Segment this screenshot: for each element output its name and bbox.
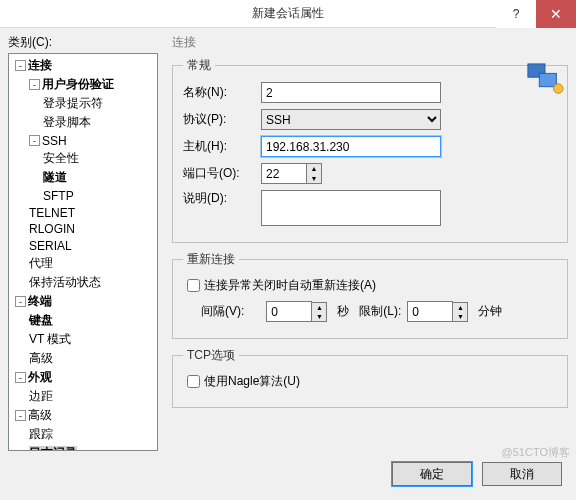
expand-icon[interactable]: - [15, 410, 26, 421]
auto-reconnect-label: 连接异常关闭时自动重新连接(A) [204, 277, 376, 294]
svg-point-2 [554, 84, 563, 93]
tree-item[interactable]: 登录脚本 [9, 113, 157, 132]
expand-icon[interactable]: - [15, 296, 26, 307]
interval-input[interactable] [266, 301, 312, 322]
ok-button[interactable]: 确定 [392, 462, 472, 486]
name-label: 名称(N): [183, 84, 261, 101]
tree-item[interactable]: -连接 [9, 56, 157, 75]
desc-label: 说明(D): [183, 190, 261, 207]
tree-item[interactable]: VT 模式 [9, 330, 157, 349]
limit-spinner[interactable]: ▲▼ [453, 302, 468, 322]
name-input[interactable] [261, 82, 441, 103]
tree-item[interactable]: -高级 [9, 406, 157, 425]
port-label: 端口号(O): [183, 165, 261, 182]
help-button[interactable]: ? [496, 0, 536, 28]
tree-item[interactable]: 键盘 [9, 311, 157, 330]
tree-item[interactable]: 高级 [9, 349, 157, 368]
tree-item[interactable]: 隧道 [9, 168, 157, 187]
nagle-checkbox[interactable] [187, 375, 200, 388]
expand-icon[interactable]: - [29, 79, 40, 90]
expand-icon[interactable]: - [15, 60, 26, 71]
tree-item[interactable]: 登录提示符 [9, 94, 157, 113]
cancel-button[interactable]: 取消 [482, 462, 562, 486]
tree-item[interactable]: 跟踪 [9, 425, 157, 444]
interval-label: 间隔(V): [201, 303, 244, 320]
reconnect-group: 重新连接 连接异常关闭时自动重新连接(A) 间隔(V): ▲▼ 秒 限制(L):… [172, 251, 568, 339]
tree-item[interactable]: -用户身份验证 [9, 75, 157, 94]
tree-item[interactable]: 边距 [9, 387, 157, 406]
protocol-select[interactable]: SSH [261, 109, 441, 130]
nagle-label: 使用Nagle算法(U) [204, 373, 300, 390]
host-input[interactable] [261, 136, 441, 157]
tree-item[interactable]: -终端 [9, 292, 157, 311]
desc-input[interactable] [261, 190, 441, 226]
port-spinner[interactable]: ▲▼ [307, 163, 322, 184]
window-title: 新建会话属性 [252, 5, 324, 22]
limit-label: 限制(L): [359, 303, 401, 320]
tree-item[interactable]: -外观 [9, 368, 157, 387]
tcp-group: TCP选项 使用Nagle算法(U) [172, 347, 568, 408]
expand-icon[interactable]: - [29, 135, 40, 146]
tree-item[interactable]: 保持活动状态 [9, 273, 157, 292]
watermark: @51CTO博客 [502, 445, 570, 460]
tree-item[interactable]: -SSH [9, 132, 157, 149]
tree-item[interactable]: 代理 [9, 254, 157, 273]
tree-item[interactable]: 安全性 [9, 149, 157, 168]
host-label: 主机(H): [183, 138, 261, 155]
svg-rect-1 [539, 73, 556, 86]
tree-item[interactable]: SERIAL [9, 237, 157, 254]
category-label: 类别(C): [8, 34, 158, 51]
general-group: 常规 名称(N): 协议(P): SSH 主机(H): 端口号(O): ▲▼ [172, 57, 568, 243]
limit-input[interactable] [407, 301, 453, 322]
port-input[interactable] [261, 163, 307, 184]
category-tree[interactable]: -连接-用户身份验证登录提示符登录脚本-SSH安全性隧道SFTPTELNETRL… [8, 53, 158, 451]
expand-icon[interactable]: - [15, 372, 26, 383]
tree-item[interactable]: 日志记录 [9, 444, 157, 451]
interval-spinner[interactable]: ▲▼ [312, 302, 327, 322]
close-button[interactable]: ✕ [536, 0, 576, 28]
protocol-label: 协议(P): [183, 111, 261, 128]
connection-icon [526, 62, 564, 96]
auto-reconnect-checkbox[interactable] [187, 279, 200, 292]
title-bar: 新建会话属性 ? ✕ [0, 0, 576, 28]
tree-item[interactable]: RLOGIN [9, 220, 157, 237]
tree-item[interactable]: TELNET [9, 204, 157, 221]
panel-heading: 连接 [172, 34, 568, 51]
tree-item[interactable]: SFTP [9, 187, 157, 204]
